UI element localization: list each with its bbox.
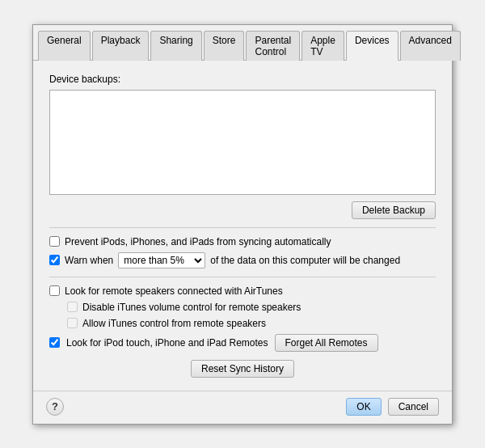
warn-threshold-select[interactable]: more than 1% more than 5% more than 10% … xyxy=(118,252,205,268)
look-for-remote-speakers-checkbox[interactable] xyxy=(49,285,60,296)
tab-bar: General Playback Sharing Store Parental … xyxy=(33,25,452,61)
disable-volume-label: Disable iTunes volume control for remote… xyxy=(82,302,301,313)
tab-sharing[interactable]: Sharing xyxy=(150,31,201,61)
look-for-remote-speakers-label: Look for remote speakers connected with … xyxy=(65,285,283,297)
forget-all-remotes-button[interactable]: Forget All Remotes xyxy=(275,334,378,352)
warn-when-checkbox[interactable] xyxy=(49,255,60,265)
disable-volume-row: Disable iTunes volume control for remote… xyxy=(67,302,436,313)
tab-devices[interactable]: Devices xyxy=(346,31,399,61)
bottom-bar-right: OK Cancel xyxy=(346,398,439,416)
warn-after-label: of the data on this computer will be cha… xyxy=(210,255,400,266)
prevent-syncing-row: Prevent iPods, iPhones, and iPads from s… xyxy=(49,236,436,247)
device-backups-label: Device backups: xyxy=(49,74,436,85)
cancel-button[interactable]: Cancel xyxy=(388,398,439,416)
reset-sync-history-button[interactable]: Reset Sync History xyxy=(191,360,294,378)
look-for-ipod-label: Look for iPod touch, iPhone and iPad Rem… xyxy=(66,337,268,349)
warn-when-label: Warn when xyxy=(65,255,113,266)
tab-advanced[interactable]: Advanced xyxy=(400,31,461,61)
ok-button[interactable]: OK xyxy=(346,398,381,416)
look-for-ipod-row: Look for iPod touch, iPhone and iPad Rem… xyxy=(49,334,436,352)
allow-control-row: Allow iTunes control from remote speaker… xyxy=(67,318,436,329)
prevent-syncing-label: Prevent iPods, iPhones, and iPads from s… xyxy=(65,236,331,247)
dialog: General Playback Sharing Store Parental … xyxy=(32,24,453,425)
bottom-bar: ? OK Cancel xyxy=(33,391,452,424)
look-for-ipod-checkbox[interactable] xyxy=(49,337,60,348)
allow-control-label: Allow iTunes control from remote speaker… xyxy=(82,318,266,329)
device-backups-list xyxy=(49,90,436,195)
tab-content-devices: Device backups: Delete Backup Prevent iP… xyxy=(33,61,452,391)
delete-backup-button[interactable]: Delete Backup xyxy=(352,201,436,219)
prevent-syncing-checkbox[interactable] xyxy=(49,236,60,247)
reset-sync-row: Reset Sync History xyxy=(49,360,436,378)
tab-store[interactable]: Store xyxy=(204,31,245,61)
tab-parental-control[interactable]: Parental Control xyxy=(246,31,300,61)
tab-general[interactable]: General xyxy=(38,31,91,61)
tab-apple-tv[interactable]: Apple TV xyxy=(302,31,344,61)
separator-1 xyxy=(49,227,436,228)
separator-2 xyxy=(49,277,436,277)
disable-volume-checkbox[interactable] xyxy=(67,302,78,312)
warn-when-row: Warn when more than 1% more than 5% more… xyxy=(49,252,436,268)
allow-control-checkbox[interactable] xyxy=(67,318,78,328)
help-button[interactable]: ? xyxy=(46,398,64,416)
look-for-remote-speakers-row: Look for remote speakers connected with … xyxy=(49,285,436,297)
tab-playback[interactable]: Playback xyxy=(92,31,150,61)
